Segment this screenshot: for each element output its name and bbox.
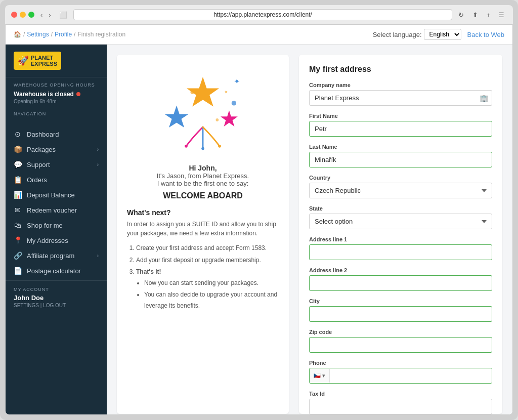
form-card: My first address Company name 🏢 First Na… [299,55,502,414]
sidebar-item-orders[interactable]: 📋 Orders [6,172,107,187]
city-input[interactable] [309,306,492,322]
warehouse-section-title: WAREHOUSE OPENING HOURS [14,82,99,88]
company-icon: 🏢 [480,94,488,102]
svg-text:✦: ✦ [234,77,240,86]
first-name-input[interactable] [309,121,492,137]
zip-input[interactable] [309,337,492,353]
svg-text:✦: ✦ [225,89,229,95]
sidebar-item-label: Redeem voucher [27,206,77,214]
address-bar[interactable]: https://app.planetexpress.com/client/ [73,9,453,20]
sidebar-toggle-button[interactable]: ☰ [496,10,507,20]
packages-icon: 📦 [14,145,22,153]
postage-icon: 📄 [14,267,22,275]
address1-group: Address line 1 [309,236,492,260]
language-label: Select language: [373,31,422,38]
sidebar-item-label: Affiliate program [27,252,74,260]
logout-link[interactable]: LOG OUT [43,303,66,308]
sidebar-logo: 🚀 PLANET EXPRESS [6,45,107,77]
phone-label: Phone [309,360,492,366]
account-name: John Doe [14,294,99,302]
address1-input[interactable] [309,244,492,260]
close-button[interactable] [11,12,17,18]
city-label: City [309,298,492,304]
substep-2: You can also decide to upgrade your acco… [144,289,279,311]
country-select[interactable]: Czech Republic [309,183,492,198]
country-group: Country Czech Republic [309,175,492,198]
sidebar-item-redeem[interactable]: ✉ Redeem voucher [6,202,107,218]
phone-wrapper: 🇨🇿 ▾ [309,368,492,384]
add-tab-button[interactable]: + [484,10,493,20]
state-group: State Select option [309,205,492,229]
sidebar-item-packages[interactable]: 📦 Packages › [6,142,107,157]
language-dropdown[interactable]: English [424,29,461,40]
state-label: State [309,205,492,212]
sidebar-item-deposit[interactable]: 📊 Deposit Balance [6,187,107,202]
breadcrumb-home[interactable]: 🏠 [14,31,21,38]
zip-group: Zip code [309,329,492,353]
company-name-input[interactable] [309,90,492,106]
sidebar-item-label: Orders [27,176,47,184]
breadcrumb: 🏠 / Settings / Profile / Finish registra… [14,31,125,38]
breadcrumb-settings[interactable]: Settings [27,31,49,38]
logo-text: PLANET EXPRESS [31,55,57,67]
sidebar-item-dashboard[interactable]: ⊙ Dashboard [6,127,107,142]
back-to-web-link[interactable]: Back to Web [467,31,504,38]
addresses-icon: 📍 [14,236,22,244]
sidebar-item-support[interactable]: 💬 Support › [6,157,107,172]
svg-point-7 [216,118,219,121]
steps-list: Create your first address and accept For… [127,243,279,312]
settings-link[interactable]: SETTINGS [14,303,39,308]
phone-input[interactable] [330,368,492,383]
sidebar-item-label: Support [27,161,50,169]
tax-input[interactable] [309,399,492,414]
chevron-right-icon: › [97,147,99,152]
sidebar-item-postage[interactable]: 📄 Postage calculator [6,263,107,278]
svg-point-9 [201,147,204,150]
orders-icon: 📋 [14,176,22,184]
welcome-text: Hi John, It's Jason, from Planet Express… [127,164,279,187]
maximize-button[interactable] [28,12,34,18]
sidebar-item-label: Shop for me [27,222,63,229]
share-button[interactable]: ⬆ [470,10,481,20]
last-name-input[interactable] [309,152,492,167]
sidebar-item-shop[interactable]: 🛍 Shop for me [6,218,107,233]
account-links: SETTINGS | LOG OUT [14,303,99,308]
sidebar-item-label: Postage calculator [27,267,81,275]
redeem-icon: ✉ [14,206,22,214]
whats-next-title: What's next? [127,208,279,217]
last-name-label: Last Name [309,144,492,150]
sidebar-item-addresses[interactable]: 📍 My Addresses [6,233,107,248]
sidebar-item-label: My Addresses [27,237,68,244]
sidebar-item-affiliate[interactable]: 🔗 Affiliate program › [6,248,107,263]
sidebar: 🚀 PLANET EXPRESS WAREHOUSE OPENING HOURS… [6,45,107,415]
support-icon: 💬 [14,160,22,169]
form-title: My first address [309,65,492,74]
state-select[interactable]: Select option [309,214,492,229]
greeting-first: I want to be the first one to say: [127,180,279,187]
minimize-button[interactable] [20,12,26,18]
svg-marker-1 [164,106,188,128]
address2-label: Address line 2 [309,267,492,273]
affiliate-icon: 🔗 [14,251,22,260]
forward-button[interactable]: › [47,10,53,20]
step-3: That's it! Now you can start sending you… [136,267,279,311]
address2-input[interactable] [309,275,492,291]
refresh-button[interactable]: ↻ [456,10,466,20]
breadcrumb-profile[interactable]: Profile [55,31,72,38]
company-name-group: Company name 🏢 [309,82,492,106]
step-1: Create your first address and accept For… [136,243,279,254]
step-2: Add your first deposit or upgrade member… [136,255,279,266]
svg-point-5 [190,90,194,94]
last-name-group: Last Name [309,144,492,167]
navigation-title: NAVIGATION [14,111,99,116]
first-name-label: First Name [309,113,492,119]
tax-label: Tax Id [309,391,492,397]
account-section: MY ACCOUNT John Doe SETTINGS | LOG OUT [6,280,107,314]
deposit-icon: 📊 [14,191,22,199]
tax-group: Tax Id [309,391,492,414]
back-button[interactable]: ‹ [38,10,45,20]
phone-flag[interactable]: 🇨🇿 ▾ [310,369,330,383]
greeting-name: Hi John, [127,164,279,172]
logo-icon: 🚀 [18,55,29,66]
zip-label: Zip code [309,329,492,335]
